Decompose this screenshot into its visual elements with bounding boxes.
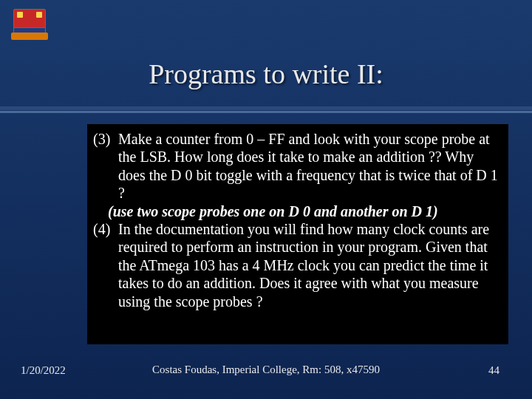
exercise-3-text: Make a counter from 0 – FF and look with… xyxy=(118,130,501,202)
slide-body: (3) Make a counter from 0 – FF and look … xyxy=(87,124,508,344)
exercise-3-hint: (use two scope probes one on D 0 and ano… xyxy=(92,202,501,220)
exercise-4: (4) In the documentation you will find h… xyxy=(92,220,501,310)
exercise-4-number: (4) xyxy=(92,220,118,310)
footer-author: Costas Foudas, Imperial College, Rm: 508… xyxy=(152,364,380,376)
exercise-3-number: (3) xyxy=(92,130,118,202)
university-crest-logo xyxy=(7,9,52,44)
exercise-4-text: In the documentation you will find how m… xyxy=(118,220,501,310)
title-underline xyxy=(0,106,532,114)
footer-date: 1/20/2022 xyxy=(21,364,66,377)
footer-page-number: 44 xyxy=(488,364,499,377)
slide-title: Programs to write II: xyxy=(0,58,532,90)
exercise-3: (3) Make a counter from 0 – FF and look … xyxy=(92,130,501,202)
slide-footer: 1/20/2022 Costas Foudas, Imperial Colleg… xyxy=(0,358,532,383)
